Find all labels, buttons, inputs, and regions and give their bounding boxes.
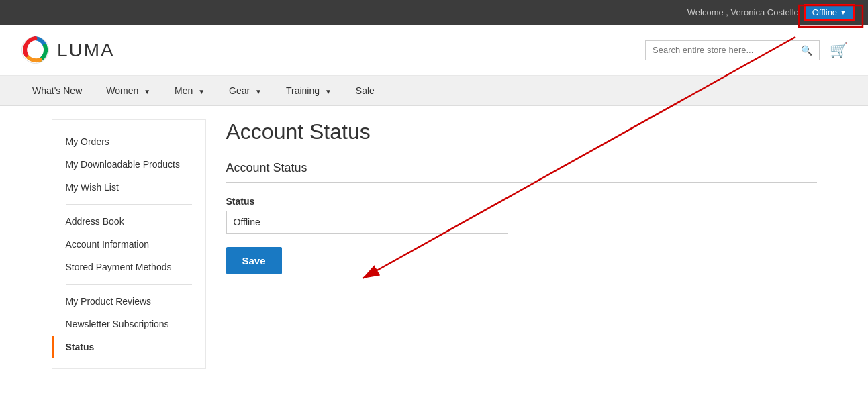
nav-item-sale[interactable]: Sale	[344, 76, 387, 105]
section-title: Account Status	[226, 161, 817, 183]
offline-label: Offline	[812, 7, 837, 17]
cart-icon[interactable]: 🛒	[830, 42, 848, 59]
sidebar-divider-2	[66, 284, 192, 285]
logo-text: LUMA	[57, 40, 115, 61]
welcome-text: Welcome , Veronica Costello	[687, 7, 799, 17]
top-bar: Welcome , Veronica Costello Offline ▼	[0, 0, 868, 25]
header-right: 🔍 🛒	[645, 40, 848, 60]
main-container: My Orders My Downloadable Products My Wi…	[32, 106, 837, 382]
nav-item-gear[interactable]: Gear ▼	[217, 76, 274, 105]
sidebar-item-my-product-reviews[interactable]: My Product Reviews	[52, 290, 205, 313]
offline-dropdown-button[interactable]: Offline ▼	[804, 4, 855, 21]
search-input[interactable]	[653, 45, 801, 55]
sidebar-item-my-downloadable-products[interactable]: My Downloadable Products	[52, 153, 205, 176]
chevron-down-icon: ▼	[198, 88, 205, 95]
sidebar-divider-1	[66, 204, 192, 205]
chevron-down-icon: ▼	[840, 9, 847, 16]
logo-icon	[20, 35, 50, 65]
nav-link-training[interactable]: Training ▼	[274, 76, 344, 105]
chevron-down-icon: ▼	[325, 88, 332, 95]
nav-link-men[interactable]: Men ▼	[162, 76, 217, 105]
sidebar-item-address-book[interactable]: Address Book	[52, 210, 205, 233]
search-box[interactable]: 🔍	[645, 40, 820, 60]
chevron-down-icon: ▼	[255, 88, 262, 95]
sidebar: My Orders My Downloadable Products My Wi…	[52, 119, 206, 369]
sidebar-item-newsletter-subscriptions[interactable]: Newsletter Subscriptions	[52, 313, 205, 336]
nav-link-women[interactable]: Women ▼	[94, 76, 162, 105]
sidebar-item-my-orders[interactable]: My Orders	[52, 130, 205, 153]
nav-link-sale[interactable]: Sale	[344, 76, 387, 105]
page-title: Account Status	[226, 119, 817, 144]
nav-link-whats-new[interactable]: What's New	[20, 76, 94, 105]
status-form-group: Status	[226, 196, 817, 234]
sidebar-item-stored-payment-methods[interactable]: Stored Payment Methods	[52, 256, 205, 278]
nav-item-training[interactable]: Training ▼	[274, 76, 344, 105]
nav-item-men[interactable]: Men ▼	[162, 76, 217, 105]
search-icon[interactable]: 🔍	[801, 45, 812, 56]
main-nav: What's New Women ▼ Men ▼ Gear ▼ Training…	[0, 76, 868, 106]
nav-link-gear[interactable]: Gear ▼	[217, 76, 274, 105]
sidebar-item-status[interactable]: Status	[52, 336, 205, 358]
status-label: Status	[226, 196, 817, 207]
nav-item-whats-new[interactable]: What's New	[20, 76, 94, 105]
chevron-down-icon: ▼	[144, 88, 150, 95]
sidebar-item-account-information[interactable]: Account Information	[52, 233, 205, 256]
site-header: LUMA 🔍 🛒	[0, 25, 868, 76]
save-button[interactable]: Save	[226, 247, 282, 274]
status-input[interactable]	[226, 211, 508, 234]
nav-item-women[interactable]: Women ▼	[94, 76, 162, 105]
logo[interactable]: LUMA	[20, 35, 115, 65]
sidebar-item-my-wish-list[interactable]: My Wish List	[52, 176, 205, 199]
content-area: Account Status Account Status Status Sav…	[226, 119, 817, 369]
